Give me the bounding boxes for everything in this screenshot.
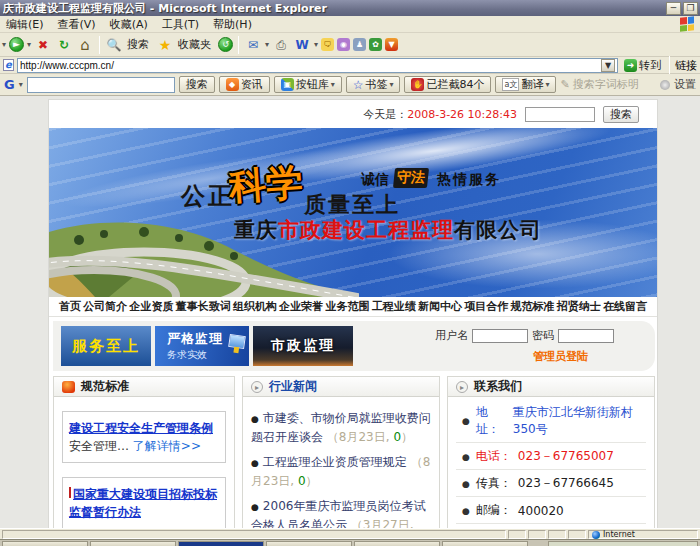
- news-item-text: 工程监理企业资质管理规定: [263, 455, 407, 469]
- flashget-icon[interactable]: ▼: [385, 38, 398, 51]
- content-columns: 规范标准 建设工程安全生产管理条例 安全管理… 了解详情>> 国家重大建设项目招…: [49, 371, 657, 528]
- google-search-button[interactable]: 搜索: [179, 76, 215, 93]
- site-search-input[interactable]: [525, 107, 595, 122]
- google-news-label: 资讯: [241, 77, 263, 92]
- history-icon[interactable]: ↺: [218, 37, 233, 52]
- restore-button[interactable]: ❐: [683, 2, 698, 15]
- toolbar-divider: [99, 36, 100, 54]
- home-icon[interactable]: ⌂: [76, 36, 94, 54]
- status-pane: [548, 530, 566, 539]
- translate-button[interactable]: a文 翻译 ▾: [495, 76, 556, 93]
- site-search-button[interactable]: 搜索: [603, 106, 639, 123]
- standards-card: 建设工程安全生产管理条例 安全管理… 了解详情>>: [62, 411, 226, 463]
- password-input[interactable]: [558, 329, 614, 343]
- taskbar-button[interactable]: [442, 541, 528, 546]
- forward-dropdown-icon[interactable]: ▾: [27, 40, 31, 49]
- nav-organization[interactable]: 组织机构: [233, 299, 277, 314]
- service-strip: 服务至上 严格监理 务求实效 市政监理 用户名 密码 管理员登陆: [53, 321, 655, 371]
- refresh-icon[interactable]: ↻: [55, 36, 73, 54]
- popup-blocker-button[interactable]: ✋ 已拦截84个: [404, 76, 491, 93]
- news-item[interactable]: ●市建委、市物价局就监理收费问题召开座谈会 （8月23日, 0）: [251, 409, 431, 446]
- standards-card-title-link[interactable]: 建设工程安全生产管理条例: [69, 421, 213, 435]
- bookmarks-button[interactable]: ☆ 书签 ▾: [346, 76, 401, 93]
- taskbar-button[interactable]: [90, 541, 176, 546]
- nav-recruitment[interactable]: 招贤纳士: [557, 299, 601, 314]
- menu-tools[interactable]: 工具(T): [162, 17, 199, 32]
- taskbar-button[interactable]: [266, 541, 352, 546]
- search-icon[interactable]: 🔍: [105, 36, 123, 54]
- minimize-button[interactable]: ─: [666, 2, 681, 15]
- back-button-partial-icon[interactable]: ▾: [2, 40, 6, 49]
- google-news-button[interactable]: ◆ 资讯: [219, 76, 270, 93]
- nav-about[interactable]: 公司简介: [83, 299, 127, 314]
- edit-dropdown-icon[interactable]: ▾: [314, 40, 318, 49]
- google-logo-dropdown-icon[interactable]: ▾: [19, 80, 23, 89]
- edit-word-icon[interactable]: W: [293, 36, 311, 54]
- news-item[interactable]: ●2006年重庆市监理员岗位考试合格人员名单公示 （3月27日, 0）: [251, 497, 431, 528]
- highlight-button[interactable]: ✎ 搜索字词标明: [560, 77, 638, 92]
- news-title: 行业新闻: [269, 378, 317, 395]
- stop-icon[interactable]: ✖: [34, 36, 52, 54]
- menu-view[interactable]: 查看(V): [58, 17, 96, 32]
- print-icon[interactable]: ⎙: [272, 36, 290, 54]
- contact-label: 地址：: [476, 404, 507, 438]
- status-message-pane: [2, 530, 506, 539]
- gbar-settings[interactable]: 设置: [660, 77, 696, 92]
- plugin-icon[interactable]: ◉: [337, 38, 350, 51]
- menu-edit[interactable]: 编辑(E): [6, 17, 44, 32]
- status-pane: [508, 530, 526, 539]
- nav-guestbook[interactable]: 在线留言: [603, 299, 647, 314]
- taskbar-button-active[interactable]: [178, 541, 264, 546]
- nav-news-center[interactable]: 新闻中心: [418, 299, 462, 314]
- button-gallery-button[interactable]: ▣ 按钮库 ▾: [274, 76, 342, 93]
- address-input-wrap: ▼: [17, 58, 618, 73]
- username-input[interactable]: [472, 329, 528, 343]
- taskbar-button[interactable]: [354, 541, 440, 546]
- favorites-label[interactable]: 收藏夹: [178, 37, 211, 52]
- page-header-strip: 今天是：2008-3-26 10:28:43 搜索: [49, 100, 657, 128]
- nav-cooperation[interactable]: 项目合作: [464, 299, 508, 314]
- company-name: 重庆市政建设工程监理有限公司: [234, 216, 542, 244]
- standards-card-title-link[interactable]: 国家重大建设项目招标投标监督暂行办法: [69, 487, 217, 519]
- messenger-icon[interactable]: 🗨: [321, 38, 334, 51]
- nav-projects[interactable]: 工程业绩: [372, 299, 416, 314]
- admin-login-link[interactable]: 管理员登陆: [533, 349, 614, 364]
- forward-icon[interactable]: ►: [9, 37, 24, 52]
- today-label: 今天是：: [363, 108, 407, 121]
- nav-home[interactable]: 首页: [59, 299, 81, 314]
- news-item[interactable]: ●工程监理企业资质管理规定 （8月23日, 0）: [251, 453, 431, 490]
- taskbar-button[interactable]: [2, 541, 88, 546]
- address-dropdown-icon[interactable]: ▼: [601, 59, 615, 72]
- service-banner-2: 严格监理 务求实效: [155, 326, 249, 366]
- nav-honors[interactable]: 企业荣誉: [279, 299, 323, 314]
- toolbar-divider: [238, 36, 239, 54]
- nav-business-scope[interactable]: 业务范围: [326, 299, 370, 314]
- mail-dropdown-icon[interactable]: ▾: [265, 40, 269, 49]
- go-button[interactable]: ➜ 转到: [621, 58, 664, 73]
- today-date: 今天是：2008-3-26 10:28:43: [363, 107, 517, 122]
- google-logo[interactable]: G: [4, 77, 15, 92]
- contact-label: 传真：: [476, 475, 512, 492]
- mail-icon[interactable]: ✉: [244, 36, 262, 54]
- plugin-icon[interactable]: ♟: [353, 38, 366, 51]
- links-label[interactable]: 链接: [675, 58, 697, 73]
- menu-help[interactable]: 帮助(H): [213, 17, 252, 32]
- news-column: ▸ 行业新闻 ●市建委、市物价局就监理收费问题召开座谈会 （8月23日, 0） …: [242, 376, 440, 528]
- go-label: 转到: [639, 58, 661, 73]
- globe-icon: [592, 531, 600, 539]
- google-search-input[interactable]: [27, 77, 175, 93]
- favorites-star-icon[interactable]: ★: [156, 36, 174, 54]
- search-label[interactable]: 搜索: [127, 37, 149, 52]
- flame-icon: [62, 381, 75, 393]
- address-input[interactable]: [20, 59, 598, 71]
- plugin-icon[interactable]: ✿: [369, 38, 382, 51]
- browser-window: 庆市政建设工程监理有限公司 - Microsoft Internet Explo…: [0, 0, 700, 546]
- contact-title: 联系我们: [474, 378, 522, 395]
- read-more-link[interactable]: 了解详情>>: [133, 439, 201, 453]
- settings-label: 设置: [674, 77, 696, 92]
- nav-standards[interactable]: 规范标准: [511, 299, 555, 314]
- slogan-chengxin: 诚信: [361, 171, 389, 189]
- menu-favorites[interactable]: 收藏(A): [110, 17, 148, 32]
- nav-qualification[interactable]: 企业资质: [130, 299, 174, 314]
- nav-chairman[interactable]: 董事长致词: [176, 299, 231, 314]
